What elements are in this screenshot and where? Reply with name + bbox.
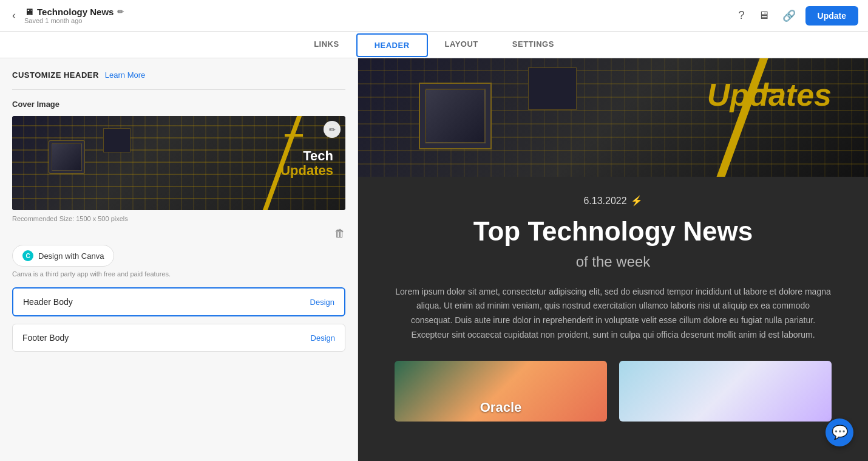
customize-header-title: CUSTOMIZE HEADER <box>12 70 99 80</box>
footer-body-row[interactable]: Footer Body Design <box>12 324 345 352</box>
top-bar-left: ‹ 🖥 Technology News ✏ Saved 1 month ago <box>10 7 124 24</box>
tab-header[interactable]: HEADER <box>356 33 428 57</box>
preview-card-right <box>619 361 832 422</box>
cover-chip2 <box>103 128 131 152</box>
preview-subtitle: of the week <box>395 253 832 270</box>
preview-main-title: Top Technology News <box>395 216 832 247</box>
desktop-preview-button[interactable]: 🖥 <box>754 5 773 26</box>
cover-image-container: Tech Updates ✏ <box>12 116 345 210</box>
cover-text-area: Tech Updates <box>280 148 333 177</box>
preview-chip-small <box>528 67 577 110</box>
cover-image-bg: Tech Updates <box>12 116 345 210</box>
canva-button-label: Design with Canva <box>38 251 104 261</box>
footer-body-design-link[interactable]: Design <box>311 333 335 343</box>
canva-note: Canva is a third party app with free and… <box>12 270 345 278</box>
tab-layout[interactable]: LAYOUT <box>428 33 495 56</box>
help-button[interactable]: ? <box>735 5 748 26</box>
page-title: Technology News <box>37 7 114 17</box>
chat-bubble-button[interactable]: 💬 <box>826 418 853 446</box>
canva-icon: C <box>22 250 33 261</box>
page-name: 🖥 Technology News ✏ <box>24 7 124 17</box>
chat-icon: 💬 <box>832 425 848 440</box>
tab-bar: LINKS HEADER LAYOUT SETTINGS <box>0 32 868 58</box>
preview-updates-text: Updates <box>707 77 832 113</box>
saved-status: Saved 1 month ago <box>24 17 124 24</box>
link-button[interactable]: 🔗 <box>779 5 799 26</box>
cover-updates-text: Updates <box>280 163 333 178</box>
learn-more-link[interactable]: Learn More <box>105 70 145 80</box>
oracle-label: Oracle <box>480 400 522 415</box>
preview-bottom-images: Oracle <box>395 361 832 422</box>
customize-header-row: CUSTOMIZE HEADER Learn More <box>12 70 345 80</box>
right-panel: Updates 6.13.2022 ⚡ Top Technology News … <box>358 58 868 461</box>
footer-body-label: Footer Body <box>22 333 69 343</box>
main-content: CUSTOMIZE HEADER Learn More Cover Image … <box>0 58 868 461</box>
preview-body: 6.13.2022 ⚡ Top Technology News of the w… <box>358 177 868 440</box>
update-button[interactable]: Update <box>805 6 858 26</box>
cover-chip <box>49 140 85 174</box>
top-bar: ‹ 🖥 Technology News ✏ Saved 1 month ago … <box>0 0 868 32</box>
tab-links[interactable]: LINKS <box>297 33 356 56</box>
preview-header-image: Updates <box>358 58 868 177</box>
design-with-canva-button[interactable]: C Design with Canva <box>12 245 114 267</box>
recommended-size-text: Recommended Size: 1500 x 500 pixels <box>12 215 345 222</box>
lightning-icon: ⚡ <box>631 195 643 207</box>
page-icon: 🖥 <box>24 7 33 17</box>
delete-icon-row: 🗑 <box>12 227 345 240</box>
header-body-design-link[interactable]: Design <box>310 298 334 307</box>
edit-page-name-icon[interactable]: ✏ <box>117 7 124 16</box>
cover-image-edit-button[interactable]: ✏ <box>324 121 341 138</box>
preview-date: 6.13.2022 ⚡ <box>395 195 832 207</box>
left-panel: CUSTOMIZE HEADER Learn More Cover Image … <box>0 58 358 461</box>
desktop-icon: 🖥 <box>758 9 769 21</box>
preview-chip-large <box>419 83 492 149</box>
cover-image-label: Cover Image <box>12 100 345 109</box>
help-icon: ? <box>739 9 745 21</box>
top-bar-right: ? 🖥 🔗 Update <box>735 5 858 26</box>
cover-tech-text: Tech <box>280 148 333 163</box>
back-button[interactable]: ‹ <box>10 7 18 24</box>
preview-lorem-text: Lorem ipsum dolor sit amet, consectetur … <box>395 285 832 343</box>
page-title-area: 🖥 Technology News ✏ Saved 1 month ago <box>24 7 124 24</box>
divider <box>12 89 345 90</box>
header-body-label: Header Body <box>23 297 73 307</box>
cover-image-preview: Tech Updates ✏ <box>12 116 345 210</box>
header-body-row[interactable]: Header Body Design <box>12 287 345 316</box>
cover-yellow-bar <box>285 134 303 137</box>
delete-cover-image-button[interactable]: 🗑 <box>334 227 345 240</box>
preview-card-left: Oracle <box>395 361 607 422</box>
tab-settings[interactable]: SETTINGS <box>495 33 571 56</box>
link-icon: 🔗 <box>782 10 796 22</box>
